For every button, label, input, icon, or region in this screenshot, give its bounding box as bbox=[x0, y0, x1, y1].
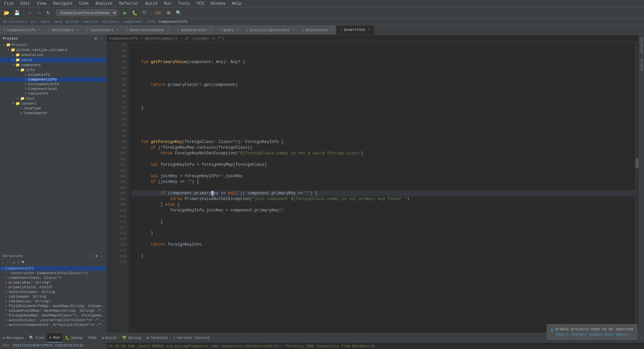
structure-item-tablealias[interactable]: v tableAlias: String? bbox=[0, 299, 106, 304]
bottom-tab-run[interactable]: ▶ Run bbox=[47, 333, 62, 343]
tree-item-annotation[interactable]: ▶ 📁 annotation bbox=[0, 52, 106, 57]
tab-close-query[interactable]: × bbox=[236, 28, 239, 32]
structure-sort-button[interactable]: ↕ bbox=[90, 254, 93, 258]
menu-view[interactable]: View bbox=[36, 1, 48, 7]
bottom-tab-spring[interactable]: 🌱 Spring bbox=[119, 333, 144, 343]
tab-close-deletetest[interactable]: × bbox=[329, 28, 333, 32]
structure-toolbar-btn-2[interactable]: ⬛ bbox=[6, 260, 11, 264]
structure-content[interactable]: C ComponentInfo ⬛ constructor ComponentI… bbox=[0, 265, 106, 333]
right-tool-database[interactable]: Database bbox=[639, 35, 644, 56]
tab-inserttest[interactable]: J InsertTest × bbox=[336, 26, 374, 35]
git-button[interactable]: Git: bbox=[153, 9, 164, 16]
structure-item-selectcolumns[interactable]: v selectColumns: String bbox=[0, 290, 106, 294]
structure-item-constructor[interactable]: ⬛ constructor ComponentInfo(Class<*>) bbox=[0, 271, 106, 276]
bottom-tab-find[interactable]: 🔍 Find bbox=[26, 333, 47, 343]
run-with-coverage-button[interactable]: 🛡 bbox=[141, 9, 149, 16]
tree-item-tableinfo[interactable]: K TableInfo bbox=[0, 91, 106, 96]
tree-item-componentscan[interactable]: K ComponentScan bbox=[0, 87, 106, 91]
tab-componentinfo[interactable]: K ComponentInfo × bbox=[0, 26, 45, 35]
tab-close-componentinfo[interactable]: × bbox=[38, 28, 41, 32]
tree-item-component[interactable]: ▼ 📁 component bbox=[0, 62, 106, 67]
save-button[interactable]: 💾 bbox=[12, 9, 21, 16]
tree-item-info[interactable]: ▼ 📁 info bbox=[0, 67, 106, 72]
menu-build[interactable]: Build bbox=[144, 1, 159, 7]
menu-window[interactable]: Window bbox=[209, 1, 226, 7]
tab-close-inserttest[interactable]: × bbox=[367, 28, 371, 32]
run-output[interactable]: 15:38:46.540 [main] DEBUG org.springfram… bbox=[107, 343, 644, 349]
structure-close-button[interactable]: − bbox=[100, 254, 104, 258]
bottom-minimize-button[interactable]: − bbox=[639, 335, 644, 341]
bottom-tab-build[interactable]: ⚙ Build bbox=[99, 333, 119, 343]
structure-item-autojoincomponents[interactable]: v autoJoinComponents: ArrayList<Class<*>… bbox=[0, 322, 106, 327]
tab-close-statisticquerytest[interactable]: × bbox=[291, 28, 295, 32]
breadcrumb-github[interactable]: github bbox=[66, 20, 79, 24]
structure-item-componentclass[interactable]: v componentClass: Class<*> bbox=[0, 276, 106, 280]
menu-analyze[interactable]: Analyze bbox=[94, 1, 114, 7]
back-button[interactable]: ← bbox=[26, 9, 34, 16]
menu-navigate[interactable]: Navigate bbox=[52, 1, 74, 7]
structure-item-columnfieldmap[interactable]: v columnFieldMap: HashMap<String, String… bbox=[0, 308, 106, 313]
menu-file[interactable]: File bbox=[3, 1, 15, 7]
tree-item-javatype[interactable]: K JavaType bbox=[0, 106, 106, 111]
run-config-dropdown[interactable]: StatisticQueryTest.testStatistic bbox=[56, 9, 117, 16]
bottom-tab-todo[interactable]: TODO bbox=[85, 333, 99, 343]
structure-settings-button[interactable]: ⚙ bbox=[94, 254, 99, 258]
code-content[interactable]: 81 82 83 84 85 86 87 88 89 90 91 92 93 9… bbox=[107, 42, 639, 333]
menu-vcs[interactable]: VCS bbox=[196, 1, 206, 7]
tree-item-github-cweijan[interactable]: ▼ 📁 github.cweijan.ultimate bbox=[0, 47, 106, 52]
bottom-tab-debug[interactable]: 🐛 Debug bbox=[62, 333, 85, 343]
tab-close-dbultimate[interactable]: × bbox=[75, 28, 79, 32]
menu-tools[interactable]: Tools bbox=[177, 1, 192, 7]
structure-item-foreignkeymap[interactable]: v foreignKeyMap: HashMap<Class<*>, Forei… bbox=[0, 313, 106, 318]
breadcrumb-ultimate[interactable]: ultimate bbox=[102, 20, 119, 24]
structure-item-primaryfield[interactable]: v primaryField: Field? bbox=[0, 285, 106, 290]
tree-item-project[interactable]: ▼ 📁 Project bbox=[0, 42, 106, 47]
menu-code[interactable]: Code bbox=[78, 1, 90, 7]
notification-autoimport-link[interactable]: Enable Auto-Import bbox=[589, 333, 629, 337]
notification-import-link[interactable]: Import Changes bbox=[555, 333, 586, 337]
menu-run[interactable]: Run bbox=[163, 1, 173, 7]
breadcrumb-component[interactable]: component bbox=[123, 20, 143, 24]
project-sync-button[interactable]: ⚙ bbox=[93, 36, 98, 41]
breadcrumb-java[interactable]: java bbox=[53, 20, 62, 24]
breadcrumb-db-ultimate[interactable]: db-ultimate bbox=[3, 20, 27, 24]
tab-query[interactable]: K Query × bbox=[216, 26, 243, 35]
tab-deletetest[interactable]: J DeleteTest × bbox=[299, 26, 336, 35]
tab-close-generatoradapter[interactable]: × bbox=[167, 28, 170, 32]
open-file-button[interactable]: 📂 bbox=[2, 9, 11, 16]
tab-dbultimate[interactable]: K DbUltimate × bbox=[45, 26, 83, 35]
refresh-button[interactable]: ↻ bbox=[45, 9, 52, 16]
structure-item-componentinfo-class[interactable]: C ComponentInfo bbox=[0, 266, 106, 271]
tab-sqlgenerator[interactable]: K SqlGenerator × bbox=[174, 26, 216, 35]
tab-close-typeconvert[interactable]: × bbox=[116, 28, 119, 32]
build-button[interactable]: ⚙ bbox=[165, 9, 173, 16]
structure-item-primarykey[interactable]: v primaryKey: String? bbox=[0, 280, 106, 285]
code-lines-area[interactable]: fun getPrimaryValue(component: Any): Any… bbox=[129, 42, 635, 333]
structure-toolbar-btn-4[interactable]: f bbox=[17, 260, 20, 264]
project-collapse-button[interactable]: − bbox=[100, 36, 104, 41]
run-button[interactable]: ▶ bbox=[122, 9, 129, 16]
bottom-tab-terminal[interactable]: ⊞ Terminal bbox=[144, 333, 170, 343]
tab-close-sqlgenerator[interactable]: × bbox=[209, 28, 212, 32]
tab-statisticquerytest[interactable]: J StatisticQueryTest × bbox=[243, 26, 299, 35]
tree-item-typeadapter[interactable]: K TypeAdapter bbox=[0, 111, 106, 115]
menu-edit[interactable]: Edit bbox=[19, 1, 32, 7]
menu-help[interactable]: Help bbox=[230, 1, 243, 7]
project-file-tree[interactable]: ▼ 📁 Project ▼ 📁 github.cweijan.ultimate … bbox=[0, 42, 106, 252]
structure-item-tablename[interactable]: v tableName: String bbox=[0, 294, 106, 299]
structure-toolbar-btn-1[interactable]: ↕ bbox=[1, 260, 5, 264]
tree-item-cache[interactable]: ▶ 📁 cache bbox=[0, 57, 106, 62]
tree-item-foreignkeyinfo[interactable]: K ForeignKeyInfo bbox=[0, 82, 106, 87]
tree-item-componentinfo[interactable]: K ComponentInfo bbox=[0, 77, 106, 82]
tab-generatoradapter[interactable]: K GeneratorAdapter × bbox=[123, 26, 174, 35]
structure-toolbar-btn-5[interactable]: 🔍 bbox=[20, 260, 26, 264]
breadcrumb-main[interactable]: main bbox=[41, 20, 50, 24]
forward-button[interactable]: → bbox=[35, 9, 43, 16]
editor-scrollbar[interactable] bbox=[635, 42, 639, 333]
tab-typeconvert[interactable]: K TypeConvert × bbox=[83, 26, 123, 35]
structure-item-fieldcolumnmap[interactable]: v fieldColumnInfoMap: HashMap<String, Co… bbox=[0, 304, 106, 308]
bottom-tab-messages[interactable]: ✉ Messages bbox=[0, 333, 26, 343]
breadcrumb-src[interactable]: src bbox=[31, 20, 37, 24]
structure-toolbar-btn-3[interactable]: ▷ bbox=[12, 260, 16, 264]
tree-item-convert[interactable]: ▼ 📁 convert bbox=[0, 101, 106, 106]
